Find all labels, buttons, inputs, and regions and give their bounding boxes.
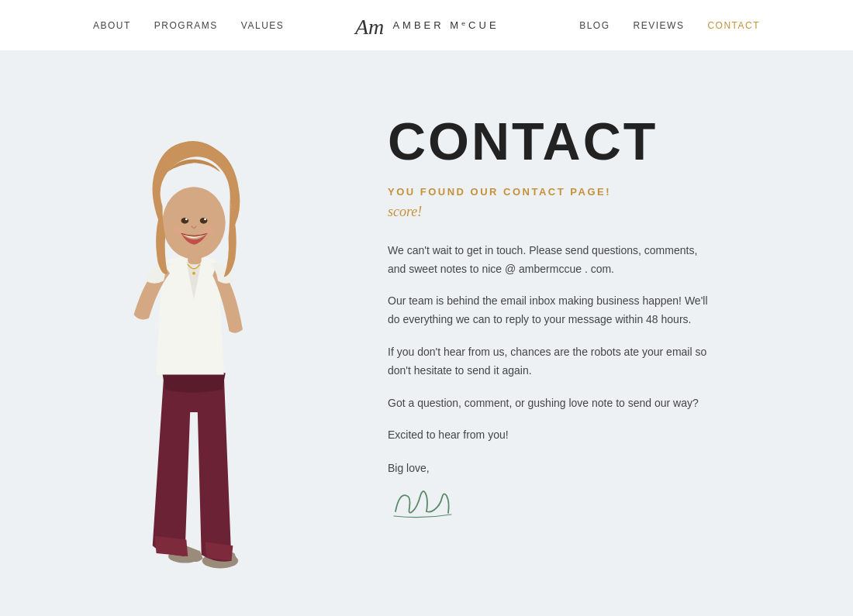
right-column: CONTACT YOU FOUND OUR CONTACT PAGE! scor… bbox=[372, 97, 791, 577]
body-paragraph-5: Excited to hear from you! bbox=[388, 426, 713, 445]
svg-point-6 bbox=[200, 218, 208, 224]
logo-name: AMBER MᵉCUE bbox=[392, 19, 499, 31]
nav-right: BLOG REVIEWS CONTACT bbox=[579, 20, 760, 31]
nav-blog[interactable]: BLOG bbox=[579, 20, 610, 31]
nav-programs[interactable]: PROGRAMS bbox=[154, 20, 218, 31]
site-header: ABOUT PROGRAMS VALUES Am AMBER MᵉCUE BLO… bbox=[0, 0, 853, 50]
svg-point-5 bbox=[181, 218, 189, 224]
big-love-text: Big love, bbox=[388, 462, 791, 474]
svg-point-7 bbox=[185, 218, 188, 220]
person-image bbox=[70, 97, 318, 577]
page-title: CONTACT bbox=[388, 112, 791, 170]
nav-about[interactable]: ABOUT bbox=[93, 20, 131, 31]
main-nav: ABOUT PROGRAMS VALUES Am AMBER MᵉCUE BLO… bbox=[0, 11, 853, 40]
svg-point-4 bbox=[162, 187, 225, 259]
person-illustration bbox=[70, 97, 318, 577]
site-logo[interactable]: Am AMBER MᵉCUE bbox=[354, 11, 499, 40]
logo-icon: Am bbox=[354, 11, 386, 40]
nav-contact[interactable]: CONTACT bbox=[707, 20, 760, 31]
svg-point-11 bbox=[192, 272, 195, 275]
body-paragraph-1: We can't wait to get in touch. Please se… bbox=[388, 242, 713, 279]
main-content: CONTACT YOU FOUND OUR CONTACT PAGE! scor… bbox=[0, 50, 853, 616]
score-text: score! bbox=[388, 204, 791, 220]
body-paragraph-4: Got a question, comment, or gushing love… bbox=[388, 394, 713, 413]
contact-subtitle: YOU FOUND OUR CONTACT PAGE! bbox=[388, 186, 791, 198]
nav-values[interactable]: VALUES bbox=[241, 20, 284, 31]
svg-point-9 bbox=[173, 227, 185, 235]
body-paragraph-2: Our team is behind the email inbox makin… bbox=[388, 292, 713, 329]
left-column bbox=[47, 97, 341, 577]
svg-text:Am: Am bbox=[354, 15, 384, 39]
body-paragraph-3: If you don't hear from us, chances are t… bbox=[388, 343, 713, 380]
signature-icon bbox=[388, 480, 458, 523]
nav-left: ABOUT PROGRAMS VALUES bbox=[93, 20, 284, 31]
nav-reviews[interactable]: REVIEWS bbox=[634, 20, 685, 31]
svg-point-10 bbox=[203, 227, 216, 235]
svg-point-8 bbox=[204, 218, 206, 220]
signature-area: Big love, bbox=[388, 462, 791, 526]
